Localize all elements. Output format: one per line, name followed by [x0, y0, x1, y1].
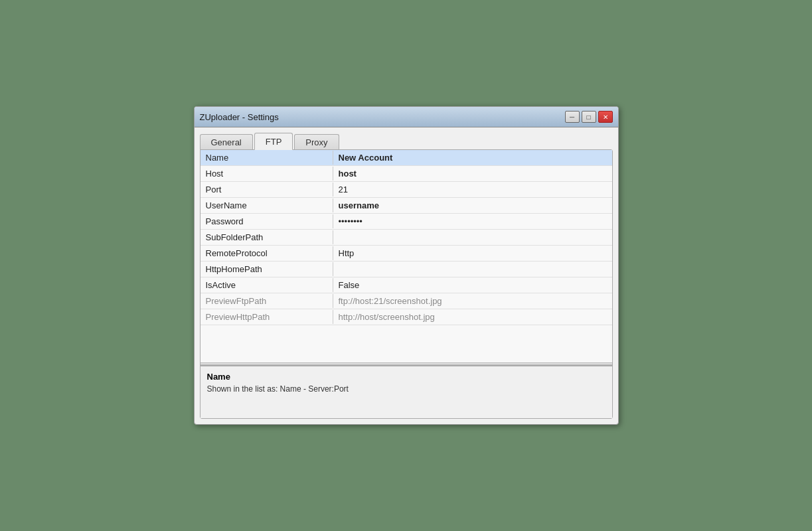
property-row[interactable]: Password••••••••	[201, 214, 612, 230]
property-value: ftp://host:21/screenshot.jpg	[333, 294, 612, 308]
property-name: UserName	[201, 198, 333, 212]
property-row[interactable]: RemoteProtocolHttp	[201, 246, 612, 262]
property-value: http://host/screenshot.jpg	[333, 310, 612, 324]
property-name: Port	[201, 183, 333, 196]
property-value: Http	[333, 246, 612, 260]
title-bar: ZUploader - Settings ─ □ ✕	[195, 107, 618, 127]
tab-proxy[interactable]: Proxy	[294, 134, 339, 150]
property-value	[333, 267, 612, 271]
property-name: IsActive	[201, 278, 333, 292]
minimize-button[interactable]: ─	[565, 111, 580, 123]
property-name: Password	[201, 214, 333, 228]
settings-window: ZUploader - Settings ─ □ ✕ General FTP P…	[194, 106, 619, 425]
property-row[interactable]: PreviewFtpPathftp://host:21/screenshot.j…	[201, 293, 612, 309]
tab-ftp[interactable]: FTP	[254, 133, 293, 150]
property-value	[333, 236, 612, 240]
description-panel: Name Shown in the list as: Name - Server…	[201, 365, 612, 418]
property-grid: NameNew AccountHosthostPort21UserNameuse…	[201, 150, 612, 362]
restore-button[interactable]: □	[582, 111, 596, 123]
property-value: False	[333, 278, 612, 292]
property-value: username	[333, 198, 612, 212]
property-name: PreviewHttpPath	[201, 310, 333, 324]
description-title: Name	[207, 372, 606, 382]
property-row[interactable]: Port21	[201, 182, 612, 198]
tab-bar: General FTP Proxy	[200, 133, 613, 150]
tab-content: NameNew AccountHosthostPort21UserNameuse…	[200, 149, 613, 419]
property-name: RemoteProtocol	[201, 246, 333, 260]
description-text: Shown in the list as: Name - Server:Port	[207, 384, 606, 394]
property-value: New Account	[333, 151, 612, 165]
property-name: HttpHomePath	[201, 262, 333, 276]
property-name: Name	[201, 151, 333, 165]
property-value: 21	[333, 183, 612, 196]
window-title: ZUploader - Settings	[200, 112, 279, 122]
property-name: PreviewFtpPath	[201, 294, 333, 308]
property-name: SubFolderPath	[201, 230, 333, 244]
property-row[interactable]: PreviewHttpPathhttp://host/screenshot.jp…	[201, 309, 612, 325]
tab-general[interactable]: General	[200, 134, 253, 150]
property-row[interactable]: HttpHomePath	[201, 262, 612, 277]
window-controls: ─ □ ✕	[565, 111, 613, 123]
property-row[interactable]: Hosthost	[201, 166, 612, 182]
property-row[interactable]: IsActiveFalse	[201, 277, 612, 293]
property-value: ••••••••	[333, 214, 612, 228]
window-body: General FTP Proxy NameNew AccountHosthos…	[195, 127, 618, 424]
close-button[interactable]: ✕	[598, 111, 613, 123]
property-row[interactable]: UserNameusername	[201, 198, 612, 214]
property-value: host	[333, 167, 612, 181]
property-row[interactable]: SubFolderPath	[201, 230, 612, 246]
property-name: Host	[201, 167, 333, 181]
property-row[interactable]: NameNew Account	[201, 150, 612, 166]
